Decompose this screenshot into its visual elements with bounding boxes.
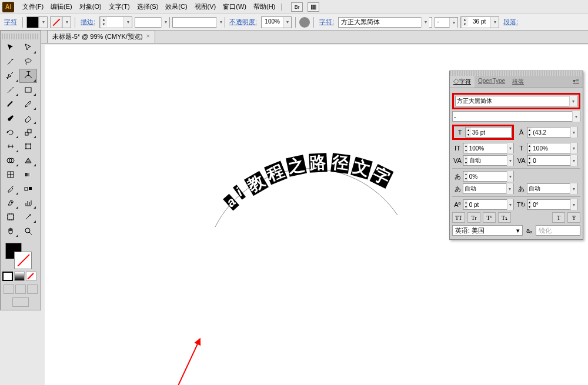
lasso-tool[interactable] bbox=[19, 55, 37, 69]
char-link[interactable]: 字符: bbox=[318, 18, 336, 26]
underline-button[interactable]: T bbox=[552, 212, 565, 223]
paintbrush-tool[interactable] bbox=[2, 97, 19, 111]
auto1-field[interactable] bbox=[463, 183, 514, 194]
menu-effect[interactable]: 效果(C) bbox=[162, 2, 191, 11]
vscale-input[interactable] bbox=[468, 145, 507, 152]
draw-normal-button[interactable] bbox=[4, 284, 14, 294]
menu-help[interactable]: 帮助(H) bbox=[250, 2, 279, 11]
free-transform-tool[interactable] bbox=[19, 139, 37, 153]
font-style-field[interactable] bbox=[452, 111, 580, 122]
opacity-input[interactable] bbox=[262, 17, 283, 26]
rotation-input[interactable] bbox=[532, 202, 570, 208]
none-mode-button[interactable] bbox=[26, 272, 36, 281]
menu-view[interactable]: 视图(V) bbox=[191, 2, 220, 11]
pen-tool[interactable] bbox=[2, 69, 19, 83]
rotate-tool[interactable] bbox=[2, 125, 19, 139]
menu-object[interactable]: 对象(O) bbox=[76, 2, 105, 11]
menu-edit[interactable]: 编辑(E) bbox=[47, 2, 76, 11]
font-style-input[interactable] bbox=[453, 113, 572, 120]
kerning-field[interactable]: ▴▾ bbox=[463, 155, 514, 166]
font-style-dropdown[interactable]: - bbox=[435, 17, 458, 28]
perspective-tool[interactable] bbox=[19, 153, 37, 168]
width-tool[interactable] bbox=[2, 139, 19, 153]
baseline-pct-field[interactable]: ▴▾ bbox=[463, 171, 514, 182]
path-text-group[interactable]: a i 教 程 之 路 径 文 字 bbox=[221, 150, 409, 221]
menu-select[interactable]: 选择(S) bbox=[133, 2, 162, 11]
leading-field[interactable]: ▴▾ bbox=[527, 127, 578, 138]
graph-tool[interactable] bbox=[19, 196, 37, 210]
menu-file[interactable]: 文件(F) bbox=[19, 2, 47, 11]
baseline-shift-input[interactable] bbox=[468, 202, 507, 208]
shape-builder-tool[interactable] bbox=[2, 153, 19, 168]
selection-tool[interactable] bbox=[2, 41, 19, 55]
draw-inside-button[interactable] bbox=[27, 284, 38, 294]
symbol-sprayer-tool[interactable] bbox=[2, 196, 19, 210]
hscale-field[interactable]: ▴▾ bbox=[527, 143, 578, 153]
gradient-mode-button[interactable] bbox=[14, 272, 25, 281]
eyedropper-tool[interactable] bbox=[2, 182, 19, 196]
opacity-field[interactable] bbox=[261, 16, 292, 28]
blob-brush-tool[interactable] bbox=[2, 111, 19, 125]
direct-selection-tool[interactable] bbox=[19, 41, 37, 55]
antialias-dropdown[interactable]: 锐化 bbox=[536, 225, 580, 236]
bridge-button[interactable]: Br bbox=[291, 2, 303, 12]
font-size-field[interactable]: ▴▾ bbox=[465, 127, 512, 138]
brush-def[interactable] bbox=[172, 17, 225, 28]
font-size-input[interactable] bbox=[468, 17, 490, 26]
hscale-input[interactable] bbox=[532, 145, 570, 152]
character-panel-link[interactable]: 字符 bbox=[2, 18, 19, 26]
font-family-dropdown[interactable]: 方正大黑简体 bbox=[338, 17, 432, 28]
kerning-input[interactable] bbox=[468, 158, 507, 164]
line-tool[interactable] bbox=[2, 83, 19, 97]
zoom-tool[interactable] bbox=[19, 224, 37, 238]
auto1-input[interactable] bbox=[463, 186, 506, 192]
slice-tool[interactable] bbox=[19, 210, 37, 224]
stroke-profile[interactable] bbox=[135, 17, 170, 28]
vscale-field[interactable]: ▴▾ bbox=[463, 143, 514, 153]
magic-wand-tool[interactable] bbox=[2, 55, 19, 69]
arrange-button[interactable]: ▦ bbox=[308, 2, 319, 12]
close-icon[interactable]: × bbox=[146, 32, 150, 41]
tab-paragraph[interactable]: 段落 bbox=[509, 76, 527, 88]
tracking-input[interactable] bbox=[532, 158, 570, 164]
font-family-field[interactable] bbox=[455, 96, 577, 106]
smallcaps-button[interactable]: Tr bbox=[467, 212, 480, 223]
stroke-weight-input[interactable] bbox=[107, 17, 123, 26]
menu-type[interactable]: 文字(T) bbox=[105, 2, 133, 11]
document-tab[interactable]: 未标题-5* @ 99% (CMYK/预览) × bbox=[47, 30, 155, 43]
tracking-field[interactable]: ▴▾ bbox=[527, 155, 578, 166]
hand-tool[interactable] bbox=[2, 224, 19, 238]
strikethrough-button[interactable]: Ŧ bbox=[567, 212, 580, 223]
draw-behind-button[interactable] bbox=[15, 284, 26, 294]
artboard-tool[interactable] bbox=[2, 210, 19, 224]
auto2-input[interactable] bbox=[527, 186, 570, 192]
fill-swatch[interactable] bbox=[26, 16, 48, 28]
paragraph-link[interactable]: 段落: bbox=[502, 18, 520, 26]
panel-handle[interactable] bbox=[450, 71, 583, 76]
rotation-field[interactable]: ▴▾ bbox=[527, 199, 578, 210]
mesh-tool[interactable] bbox=[2, 168, 19, 182]
tab-character[interactable]: ◇字符 bbox=[450, 76, 475, 88]
baseline-shift-field[interactable]: ▴▾ bbox=[463, 199, 514, 210]
blend-tool[interactable] bbox=[19, 182, 37, 196]
stroke-weight[interactable]: ▴▾ bbox=[99, 16, 132, 28]
subscript-button[interactable]: T₁ bbox=[498, 212, 511, 223]
opacity-label[interactable]: 不透明度: bbox=[228, 18, 259, 26]
eraser-tool[interactable] bbox=[19, 111, 37, 125]
color-mode-button[interactable] bbox=[2, 272, 13, 281]
gradient-tool[interactable] bbox=[19, 168, 37, 182]
font-size-input[interactable] bbox=[471, 129, 511, 136]
font-family-input[interactable] bbox=[456, 98, 569, 105]
recolor-button[interactable] bbox=[299, 17, 310, 28]
panel-menu-icon[interactable]: ▾≡ bbox=[569, 76, 583, 88]
baseline-pct-input[interactable] bbox=[468, 173, 507, 180]
superscript-button[interactable]: T¹ bbox=[483, 212, 496, 223]
tab-opentype[interactable]: OpenType bbox=[475, 76, 509, 88]
scale-tool[interactable] bbox=[19, 125, 37, 139]
allcaps-button[interactable]: TT bbox=[452, 212, 465, 223]
screen-mode-button[interactable] bbox=[12, 297, 29, 307]
type-on-path-tool[interactable]: T bbox=[19, 69, 37, 83]
leading-input[interactable] bbox=[532, 129, 570, 136]
color-swatches[interactable] bbox=[2, 242, 39, 270]
menu-window[interactable]: 窗口(W) bbox=[219, 2, 250, 11]
